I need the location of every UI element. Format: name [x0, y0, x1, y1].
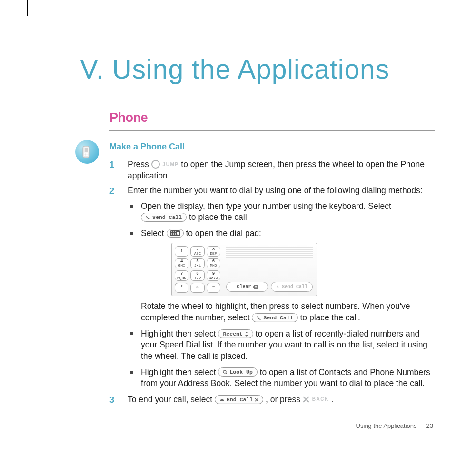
svg-point-12: [171, 233, 172, 234]
send-call-button: Send Call: [141, 213, 187, 222]
hangup-icon: [219, 397, 225, 402]
text: Select: [141, 228, 167, 238]
send-call-button-disabled: Send Call: [271, 282, 313, 292]
button-label: Send Call: [263, 315, 293, 321]
lookup-button: Look Up: [218, 367, 257, 377]
dialpad-key: 4GHI: [175, 258, 188, 269]
dialpad-key: 8TUV: [190, 270, 204, 281]
svg-rect-18: [177, 232, 179, 235]
svg-point-3: [86, 153, 87, 154]
updown-icon: [245, 332, 248, 337]
subsection-title: Make a Phone Call: [109, 142, 185, 152]
step-number: 1: [109, 159, 128, 181]
page-number: 23: [426, 422, 433, 429]
dialpad-icon: [170, 230, 180, 236]
text: .: [331, 395, 334, 404]
clear-button: Clear: [226, 282, 268, 292]
step-2: 2 Enter the number you want to dial by u…: [109, 185, 435, 197]
footer-section: Using the Applications: [356, 422, 417, 429]
step-number: 3: [109, 394, 128, 406]
phone-icon: [257, 316, 261, 320]
x-icon: [255, 398, 258, 402]
button-label: Recent: [223, 331, 242, 337]
bullet-d: Highlight then select Recent to open a l…: [128, 328, 435, 362]
phone-icon: [146, 215, 150, 220]
dialpad-key: 5JKL: [190, 258, 204, 269]
svg-point-16: [173, 234, 174, 235]
jump-button-icon: JUMP: [151, 160, 179, 169]
dialpad-keys: 12ABC3DEF4GHI5JKL6MNO7PQRS8TUV9WXYZ*0#: [175, 246, 220, 293]
svg-rect-1: [84, 148, 88, 152]
dialpad-key: 6MNO: [207, 258, 220, 269]
button-label: Send Call: [152, 214, 182, 221]
text: Highlight then select: [141, 367, 218, 377]
svg-point-19: [223, 370, 226, 373]
back-label: BACK: [312, 396, 329, 403]
text: Highlight then select: [141, 329, 218, 338]
dialpad-key: 9WXYZ: [207, 270, 220, 281]
x-icon: [303, 396, 309, 403]
svg-point-4: [87, 153, 88, 154]
back-button-icon: BACK: [303, 396, 329, 403]
bullet-b: Select to open the dial pad: 12: [128, 228, 435, 324]
button-label: Look Up: [229, 369, 252, 376]
dialpad-key: 0: [190, 283, 204, 293]
recent-button: Recent: [218, 329, 253, 338]
svg-point-2: [84, 153, 85, 154]
text: to place the call.: [189, 212, 249, 222]
end-call-button: End Call: [215, 395, 263, 404]
page: V. Using the Applications Phone Make a P…: [0, 0, 476, 476]
bullet-e: Highlight then select Look Up to open a …: [128, 367, 435, 389]
jump-label: JUMP: [163, 161, 179, 168]
svg-point-10: [173, 231, 174, 232]
svg-point-6: [86, 155, 87, 156]
crop-mark: [27, 0, 28, 16]
dialpad-key: 2ABC: [190, 246, 204, 257]
dialpad-key: #: [207, 283, 220, 293]
step-number: 2: [109, 185, 128, 197]
body-text: 1 Press JUMP to open the Jump screen, th…: [109, 155, 435, 409]
search-icon: [223, 370, 228, 375]
section-head: Phone: [109, 110, 148, 125]
dialpad-key: *: [175, 283, 188, 293]
svg-point-7: [87, 155, 88, 156]
dialpad-key: 7PQRS: [175, 270, 188, 281]
text: to place the call.: [300, 313, 360, 322]
jump-circle-icon: [151, 160, 160, 169]
step-1: 1 Press JUMP to open the Jump screen, th…: [109, 159, 435, 181]
svg-point-14: [175, 233, 176, 234]
dialpad-key: 1: [175, 246, 188, 257]
svg-point-5: [84, 155, 85, 156]
svg-point-9: [171, 231, 172, 232]
dialpad-key: 3DEF: [207, 246, 220, 257]
svg-point-15: [171, 234, 172, 235]
text: Enter the number you want to dial by usi…: [128, 185, 435, 197]
text: To end your call, select: [128, 395, 215, 404]
footer: Using the Applications 23: [356, 422, 433, 429]
svg-point-11: [175, 231, 176, 232]
svg-point-17: [175, 234, 176, 235]
bullet-a: Open the display, then type your number …: [128, 201, 435, 223]
dialpad-screenshot: 12ABC3DEF4GHI5JKL6MNO7PQRS8TUV9WXYZ*0# C…: [171, 243, 317, 296]
send-call-button: Send Call: [252, 313, 298, 322]
step-3: 3 To end your call, select End Call , or…: [109, 394, 435, 406]
phone-app-icon: [75, 140, 99, 164]
dialpad-display: [226, 247, 313, 258]
text: Press: [128, 159, 151, 169]
crop-mark: [0, 25, 19, 25]
dialpad-button: [167, 229, 184, 238]
button-label: Send Call: [282, 284, 307, 290]
button-label: End Call: [227, 397, 253, 403]
button-label: Clear: [237, 284, 251, 290]
text: , or press: [266, 395, 303, 404]
text: Open the display, then type your number …: [141, 201, 391, 211]
svg-point-13: [173, 233, 174, 234]
text: to open the dial pad:: [186, 228, 261, 238]
section-divider: [109, 130, 435, 131]
chapter-title: V. Using the Applications: [80, 53, 389, 85]
